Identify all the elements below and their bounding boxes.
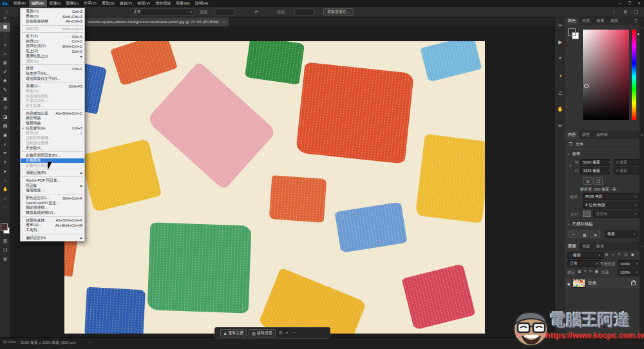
edit-menu-item[interactable]: 轉換為描述檔(V)... [21,211,84,216]
properties-panel-tab[interactable]: 資料庫 [593,131,611,139]
menubar-item[interactable]: 檢視(V) [135,0,153,7]
histogram-icon[interactable]: △ [555,84,565,100]
lock-paint-icon[interactable]: ✎ [583,269,587,273]
frame-tool[interactable]: ⊠ [0,59,10,68]
menubar-item[interactable]: 選取(S) [99,0,117,7]
link-dimensions-icon[interactable]: ∿ [569,163,572,167]
more-icon[interactable]: ⋯ [292,330,296,335]
edit-menu-item[interactable]: 切換最後狀態Alt+Ctrl+Z [21,19,84,24]
capture-icon[interactable]: ◍ [0,254,10,263]
menubar-item[interactable]: 圖層(L) [63,0,80,7]
collapse-panels-icon[interactable]: » [639,26,644,30]
width-input[interactable] [214,8,235,15]
canvas-section-header[interactable]: ∨畫布 [568,151,580,157]
blur-tool[interactable]: ◉ [0,131,10,140]
bit-depth-dropdown[interactable]: 8 位元/色版▼ [583,202,639,209]
menubar-item[interactable]: 說明(H) [193,0,211,7]
panel-menu-icon[interactable]: ☰ [634,17,639,25]
minimize-button[interactable]: ─ [615,0,625,7]
foreground-color-swatch[interactable] [1,223,8,231]
menubar-item[interactable]: 影像(I) [47,0,64,7]
color-mode-dropdown[interactable]: RGB 色彩▼ [583,193,639,200]
menubar-item[interactable]: 文字(Y) [81,0,99,7]
hand-tool[interactable]: ✋ [0,185,10,194]
color-cursor[interactable] [584,84,589,88]
smart-object-filter-icon[interactable]: ▣ [631,252,634,256]
brush-settings-icon[interactable]: ✑ [555,17,565,33]
pen-tool[interactable]: ✒ [0,149,10,158]
canvas-height-input[interactable]: 3333 像素 [580,167,610,174]
close-tab-icon[interactable]: × [223,20,225,24]
crop-tool[interactable]: ⌗ [0,50,10,59]
screen-mode-icon[interactable]: ❏ [0,245,10,254]
adjustment-layer-filter-icon[interactable]: ◐ [612,252,614,256]
menubar-item[interactable]: 增效模組 [153,0,173,7]
brush-tool[interactable]: ✎ [0,86,10,95]
gradient-tool[interactable]: ▤ [0,122,10,131]
select-and-mask-button[interactable]: 選取並遮住... [323,8,354,15]
canvas-width-input[interactable]: 5000 像素 [580,159,610,166]
menubar-item[interactable]: 編輯(E) [29,0,47,7]
layers-panel-tab[interactable]: 圖層 [565,242,579,250]
edit-menu-item[interactable]: 偏好設定(N)▶ [21,236,84,241]
color-grading-icon[interactable]: ◑ [555,67,565,84]
swap-dimensions-icon[interactable]: ⇄ [255,9,258,15]
image-size-button[interactable]: ❐ [593,177,603,185]
rulers-grids-section-header[interactable]: ∨尺標和格點 [568,222,593,227]
shape-tool[interactable]: ○ [0,176,10,185]
clone-stamp-tool[interactable]: ▣ [0,95,10,104]
menubar-item[interactable]: 檔案(F) [11,0,29,7]
grid-icon[interactable]: ▦ [580,231,589,238]
edit-menu-item[interactable]: 尋找與取代文字(X)... [21,76,84,81]
saturation-brightness-field[interactable] [583,30,629,120]
edit-menu-item[interactable]: 工具列... [21,228,84,233]
home-icon[interactable]: ⌂ [5,9,8,15]
drag-handle[interactable]: ⁞ [217,330,218,336]
history-brush-tool[interactable]: ↺ [0,104,10,113]
ruler-corner-icon[interactable]: ⌐ [569,231,578,238]
eyedropper-tool[interactable]: ✐ [0,68,10,77]
opacity-dropdown[interactable]: 100%▼ [618,260,641,267]
maximize-button[interactable]: ❐ [625,0,634,7]
layer-name[interactable]: 背景 [588,281,596,287]
workspace-icon[interactable]: ❏ [634,9,638,15]
marquee-tool[interactable]: ▦ [0,23,10,32]
crop-icon[interactable]: ⊡ [279,330,283,335]
path-selection-tool[interactable]: ▸ [0,167,10,176]
more-tools[interactable]: ⋯ [0,203,10,212]
lasso-tool[interactable]: ◌ [0,32,10,41]
foreground-color-swatch[interactable] [568,28,576,36]
document-tab[interactable]: colorful-square-pattern-background-handm… [84,17,229,26]
comments-icon[interactable]: ❝ [555,50,565,67]
rotate-canvas-button[interactable]: ⟲ [583,177,592,185]
shape-layer-filter-icon[interactable]: ❏ [624,252,627,256]
layer-filter-dropdown[interactable]: ⌕ 種類▼ [567,252,603,259]
layer-thumbnail[interactable] [573,279,585,288]
style-dropdown[interactable]: 正常▼ [131,8,195,15]
properties-panel-tab[interactable]: 調整 [579,131,593,139]
zoom-tool[interactable]: ⌕ [0,194,10,203]
edit-menu-item[interactable]: 天空取代... [21,146,84,151]
color-panel-tab[interactable]: 色票 [579,17,593,25]
blend-mode-dropdown[interactable]: 正常▼ [567,260,601,267]
actions-icon[interactable]: ▶ [555,33,565,50]
color-panel-tab[interactable]: 漸層 [593,17,607,25]
remove-background-button[interactable]: ▨移除背景 [249,329,276,337]
lock-transparency-icon[interactable]: ▨ [578,269,581,273]
adjust-icon[interactable]: ◐ [286,330,289,335]
type-layer-filter-icon[interactable]: T [618,252,620,256]
color-swatches[interactable] [1,223,10,234]
edit-menu-item[interactable]: 遠端連線... [21,188,84,193]
color-panel-tab[interactable]: 顏色 [565,17,579,25]
layer-row-background[interactable]: ◉ 背景 [565,278,639,288]
search-icon[interactable]: ⌕ [613,9,616,15]
settings-icon[interactable]: ⚙ [623,9,627,15]
status-chevron-icon[interactable]: 〉 [89,340,93,346]
close-button[interactable]: ✕ [634,0,644,7]
layer-visibility-icon[interactable]: ◉ [565,281,573,286]
collapse-panels-icon[interactable]: » [639,133,644,137]
lock-artboard-icon[interactable]: ▣ [594,269,598,273]
type-tool[interactable]: T [0,158,10,167]
healing-brush-tool[interactable]: ✚ [0,77,10,86]
color-panel-tab[interactable]: 圖樣 [607,17,621,25]
